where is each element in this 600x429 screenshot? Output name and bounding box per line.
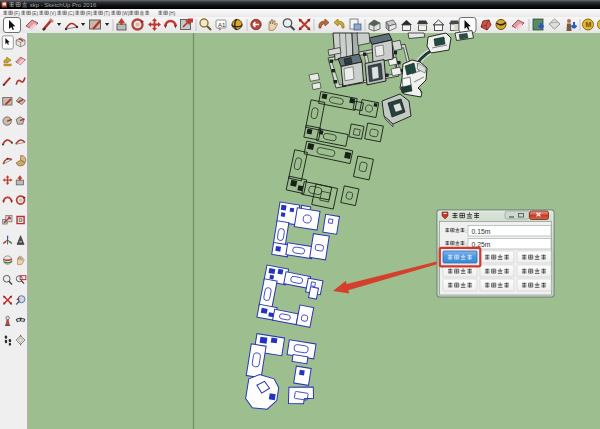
svg-text:(C): (C) <box>68 11 75 16</box>
svg-text:.skp - SketchUp Pro 2016: .skp - SketchUp Pro 2016 <box>28 2 97 8</box>
svg-text:(F): (F) <box>14 11 20 16</box>
svg-text:0.15m: 0.15m <box>472 228 491 235</box>
svg-text:(E): (E) <box>32 11 39 16</box>
svg-text:M: M <box>586 21 592 28</box>
svg-text:(H): (H) <box>169 11 176 16</box>
svg-text:0.25m: 0.25m <box>472 241 491 248</box>
svg-text:(V): (V) <box>50 11 57 16</box>
svg-text:(W): (W) <box>122 11 130 16</box>
svg-text:(T): (T) <box>104 11 110 16</box>
svg-text:A1: A1 <box>218 22 226 28</box>
svg-text:(R): (R) <box>86 11 93 16</box>
